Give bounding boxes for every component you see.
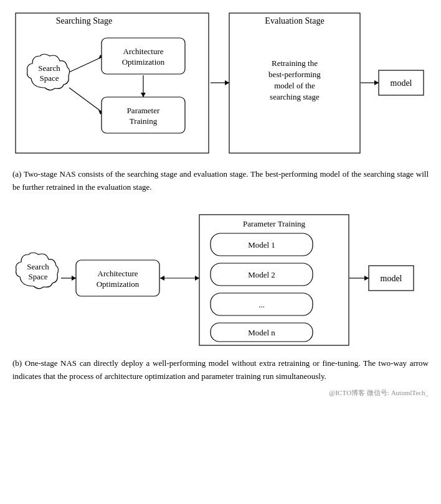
diagram-b-svg: Search Space Architecture Optimization P…	[12, 205, 429, 352]
diagram-a-container: Searching Stage Search Space Architectur…	[12, 10, 429, 165]
watermark: @ICTО博客 微信号: AutomlTech_	[12, 388, 429, 398]
svg-text:Model 2: Model 2	[248, 270, 275, 279]
caption-b: (b) One-stage NAS can directly deploy a …	[12, 357, 429, 383]
svg-text:Parameter Training: Parameter Training	[243, 219, 306, 228]
svg-rect-32	[76, 260, 159, 296]
svg-text:Searching Stage: Searching Stage	[56, 16, 113, 26]
svg-text:Parameter: Parameter	[127, 106, 160, 115]
svg-marker-36	[195, 276, 199, 281]
svg-text:model: model	[391, 78, 412, 88]
svg-text:searching stage: searching stage	[270, 92, 320, 101]
svg-marker-49	[364, 276, 369, 281]
svg-marker-17	[225, 80, 229, 85]
svg-text:Architecture: Architecture	[98, 269, 138, 278]
svg-marker-37	[160, 276, 164, 281]
svg-text:Space: Space	[28, 272, 47, 281]
diagram-a-svg: Searching Stage Search Space Architectur…	[12, 10, 429, 162]
diagram-b-container: Search Space Architecture Optimization P…	[12, 205, 429, 354]
svg-text:Search: Search	[38, 63, 60, 73]
svg-text:Search: Search	[27, 262, 49, 271]
svg-text:Optimization: Optimization	[97, 279, 140, 289]
caption-a: (a) Two-stage NAS consists of the search…	[12, 167, 429, 194]
svg-text:...: ...	[258, 300, 265, 309]
svg-text:Architecture: Architecture	[123, 47, 164, 56]
svg-marker-31	[72, 276, 76, 281]
svg-rect-13	[102, 97, 185, 133]
svg-text:Space: Space	[39, 73, 59, 83]
svg-text:Training: Training	[130, 116, 158, 126]
svg-text:Retraining the: Retraining the	[272, 58, 318, 68]
svg-text:model of the: model of the	[274, 81, 315, 90]
svg-text:model: model	[381, 274, 402, 283]
svg-marker-25	[374, 80, 379, 85]
svg-rect-10	[102, 38, 185, 74]
svg-text:Model 1: Model 1	[248, 240, 275, 250]
svg-text:Evaluation Stage: Evaluation Stage	[265, 16, 324, 26]
svg-text:Optimization: Optimization	[122, 57, 165, 67]
svg-text:best-performing: best-performing	[268, 70, 321, 79]
svg-text:Model n: Model n	[248, 328, 275, 337]
